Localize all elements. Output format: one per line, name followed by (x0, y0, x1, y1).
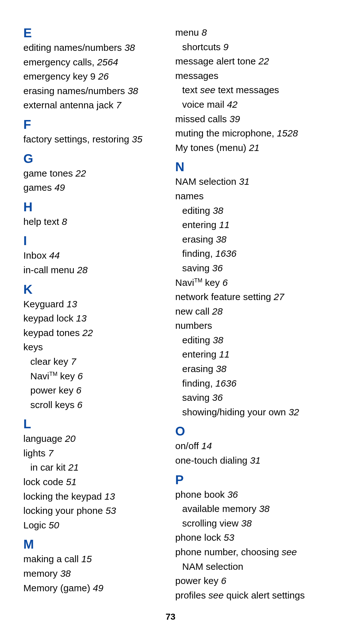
entry-text: erasing (182, 234, 213, 244)
index-entry: menu 8 (175, 25, 318, 40)
index-subentry: editing 38 (175, 333, 318, 347)
page-ref: 36 (226, 248, 236, 259)
entry-text: editing (182, 205, 210, 216)
page-ref: 7 (45, 448, 53, 458)
page-ref: 49 (52, 182, 65, 193)
index-letter: P (175, 472, 318, 487)
entry-text: voice mail (182, 99, 224, 110)
index-entry: missed calls 39 (175, 112, 318, 126)
entry-text-after: , (92, 57, 97, 67)
index-entry: keys (23, 340, 166, 354)
entry-text: finding (182, 248, 210, 259)
index-letter: O (175, 424, 318, 439)
page-ref: 44 (46, 250, 60, 261)
page-ref: 21 (66, 462, 79, 472)
index-entry: phone lock 53 (175, 530, 318, 545)
index-letter: M (23, 537, 166, 552)
page-ref: 36 (226, 378, 236, 388)
index-entry: erasing names/numbers 38 (23, 84, 166, 98)
page-ref: 7 (68, 356, 76, 367)
entry-text: NaviTM key (30, 371, 75, 381)
index-subentry: saving 36 (175, 261, 318, 275)
index-subentry: entering 11 (175, 218, 318, 232)
entry-text: new call (175, 306, 209, 316)
entry-text: game tones (23, 168, 73, 178)
index-entry: emergency key 9 26 (23, 69, 166, 84)
index-subentry: saving 36 (175, 390, 318, 405)
see-ref: see (282, 547, 297, 557)
page-ref: 38 (210, 205, 223, 216)
index-subentry: NaviTM key 6 (23, 369, 166, 383)
index-entry: help text 8 (23, 214, 166, 229)
entry-text: in-call menu (23, 265, 75, 275)
page-ref: 11 (216, 220, 230, 230)
index-entry: My tones (menu) 21 (175, 141, 318, 155)
entry-text: locking your phone (23, 505, 103, 516)
entry-text: Inbox (23, 250, 46, 261)
index-entry: lights 7 (23, 446, 166, 460)
index-letter: L (23, 416, 166, 431)
index-subentry: available memory 38 (175, 502, 318, 516)
page-ref: 13 (73, 313, 87, 323)
entry-text: phone lock (175, 532, 221, 543)
index-subentry: scrolling view 38 (175, 516, 318, 531)
entry-text: editing (182, 335, 210, 345)
page-ref: 39 (227, 114, 240, 124)
entry-text: keypad lock (23, 313, 73, 323)
index-subentry: editing 38 (175, 203, 318, 218)
page-ref: 28 (209, 306, 223, 316)
page-number: 73 (23, 602, 318, 641)
page-ref: 53 (103, 505, 116, 516)
page-ref: 35 (129, 134, 142, 144)
entry-text: entering (182, 220, 216, 230)
index-entry: numbers (175, 318, 318, 333)
index-letter: K (23, 282, 166, 297)
entry-text: keypad tones (23, 328, 80, 338)
entry-text: factory settings, restoring (23, 134, 129, 144)
entry-text: making a call (23, 554, 79, 564)
entry-text: editing names/numbers (23, 42, 122, 53)
page-ref: 49 (90, 583, 104, 593)
index-entry: in-call menu 28 (23, 263, 166, 277)
entry-text: one-touch dialing (175, 455, 248, 466)
index-entry: NAM selection 31 (175, 174, 318, 189)
index-entry: language 20 (23, 431, 166, 446)
page-ref: 9 (221, 42, 229, 52)
entry-text: finding (182, 378, 210, 388)
entry-text-after: , (210, 248, 215, 259)
entry-text: network feature setting (175, 292, 271, 302)
index-entry: making a call 15 (23, 552, 166, 566)
index-letter: F (23, 117, 166, 132)
page-ref: 38 (125, 86, 138, 96)
page-ref: 36 (225, 489, 238, 500)
page-ref: 22 (80, 328, 93, 338)
page-ref: 38 (122, 42, 135, 53)
entry-text: names (175, 191, 204, 201)
index-entry: memory 38 (23, 566, 166, 581)
page-ref: 25 (97, 57, 107, 67)
entry-text-after: text messages (215, 85, 279, 95)
index-entry: factory settings, restoring 35 (23, 132, 166, 147)
index-subentry: showing/hiding your own 32 (175, 405, 318, 419)
index-letter: N (175, 159, 318, 174)
index-entry: profiles see quick alert settings (175, 588, 318, 603)
index-entry: phone book 36 (175, 487, 318, 502)
entry-text: menu (175, 27, 199, 38)
entry-text: showing/hiding your own (182, 407, 286, 417)
page-ref: 6 (75, 400, 82, 410)
index-letter: E (23, 25, 166, 40)
entry-text: text (182, 85, 200, 95)
page-ref: 8 (199, 27, 207, 38)
index-subentry: finding, 1636 (175, 376, 318, 391)
entry-text: Logic (23, 520, 46, 530)
index-entry: locking the keypad 13 (23, 489, 166, 504)
page-ref: 8 (59, 216, 67, 227)
entry-text: lock code (23, 477, 63, 487)
page-ref: 16 (215, 248, 226, 259)
index-entry: lock code 51 (23, 475, 166, 489)
page-ref: 36 (210, 392, 223, 403)
index-entry: Memory (game) 49 (23, 581, 166, 595)
index-subentry: erasing 38 (175, 232, 318, 247)
page-ref: 42 (224, 99, 237, 110)
entry-text: NaviTM key (175, 277, 220, 288)
